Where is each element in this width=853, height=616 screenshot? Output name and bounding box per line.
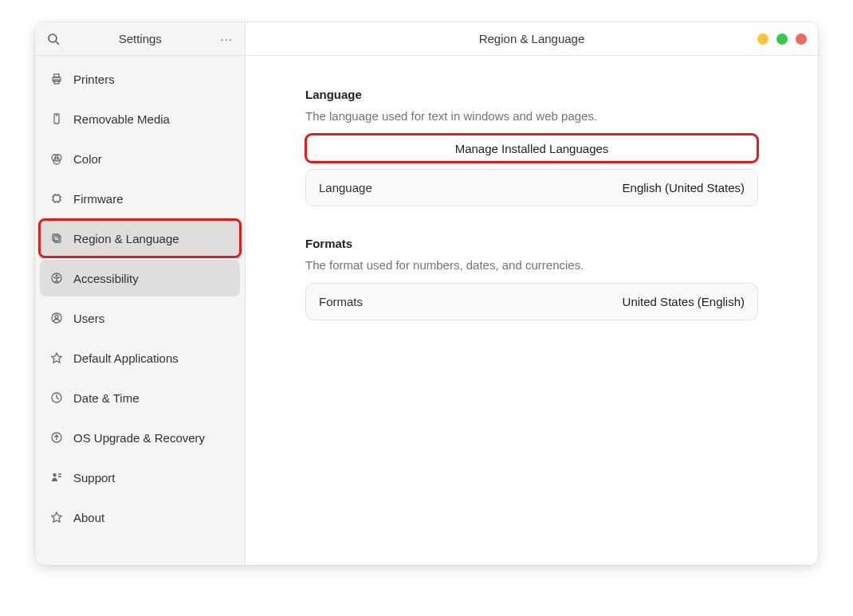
window-controls	[757, 33, 807, 45]
color-icon	[49, 151, 64, 166]
sidebar-item-firmware[interactable]: Firmware	[40, 180, 240, 217]
star-icon	[49, 351, 64, 365]
sidebar-item-date-time[interactable]: Date & Time	[40, 379, 240, 416]
search-icon[interactable]	[47, 33, 60, 45]
page-title: Region & Language	[479, 32, 585, 45]
language-description: The language used for text in windows an…	[305, 109, 758, 123]
svg-point-0	[49, 34, 57, 42]
svg-rect-10	[53, 195, 60, 202]
svg-point-25	[55, 316, 58, 319]
settings-window: Settings ··· Printers Removable Media	[35, 22, 818, 565]
sidebar-item-color[interactable]: Color	[40, 140, 240, 177]
language-section: Language The language used for text in w…	[305, 88, 758, 230]
about-icon	[49, 510, 64, 524]
sidebar-title: Settings	[60, 32, 220, 45]
sidebar-item-label: Support	[73, 471, 230, 485]
formats-row-label: Formats	[319, 295, 363, 308]
sidebar-item-region-language[interactable]: A Region & Language	[40, 220, 240, 257]
main-header: Region & Language	[246, 22, 818, 56]
sidebar-item-os-upgrade[interactable]: OS Upgrade & Recovery	[40, 419, 240, 456]
svg-text:A: A	[56, 235, 59, 240]
language-row-value: English (United States)	[623, 181, 745, 194]
svg-line-1	[56, 41, 59, 45]
sidebar-list: Printers Removable Media Color Firmware	[35, 56, 245, 565]
svg-rect-3	[54, 74, 59, 77]
upgrade-icon	[49, 430, 64, 445]
formats-row-value: United States (English)	[623, 295, 745, 308]
formats-heading: Formats	[305, 237, 758, 250]
sidebar-item-label: OS Upgrade & Recovery	[73, 431, 230, 445]
support-icon	[49, 470, 64, 485]
kebab-menu-icon[interactable]: ···	[220, 32, 233, 45]
sidebar-item-label: Default Applications	[73, 351, 230, 365]
svg-point-23	[56, 275, 58, 277]
svg-marker-30	[52, 512, 61, 522]
sidebar-item-accessibility[interactable]: Accessibility	[40, 260, 240, 296]
svg-point-29	[53, 473, 56, 477]
sidebar-item-about[interactable]: About	[40, 499, 240, 536]
sidebar-item-label: Date & Time	[73, 391, 230, 405]
formats-section: Formats The format used for numbers, dat…	[305, 237, 758, 344]
printer-icon	[49, 72, 64, 86]
content-area: Language The language used for text in w…	[246, 56, 818, 376]
media-icon	[49, 112, 64, 126]
manage-installed-languages-button[interactable]: Manage Installed Languages	[305, 134, 758, 163]
sidebar-item-default-applications[interactable]: Default Applications	[40, 339, 240, 376]
clock-icon	[49, 390, 64, 405]
sidebar-item-label: Accessibility	[73, 272, 230, 285]
sidebar-item-label: About	[73, 511, 230, 524]
sidebar-item-label: Printers	[73, 73, 230, 86]
close-button[interactable]	[796, 33, 807, 45]
sidebar-item-label: Removable Media	[73, 112, 230, 126]
svg-marker-26	[52, 353, 61, 363]
formats-description: The format used for numbers, dates, and …	[305, 258, 758, 272]
maximize-button[interactable]	[776, 33, 788, 45]
language-row-label: Language	[319, 181, 372, 194]
main-panel: Region & Language Language The language …	[246, 22, 818, 565]
sidebar-item-label: Firmware	[73, 192, 230, 206]
formats-row[interactable]: Formats United States (English)	[305, 283, 758, 320]
sidebar-item-printers[interactable]: Printers	[40, 61, 240, 97]
language-icon: A	[49, 231, 64, 245]
sidebar-item-support[interactable]: Support	[40, 459, 240, 496]
language-row[interactable]: Language English (United States)	[305, 169, 758, 206]
sidebar: Settings ··· Printers Removable Media	[35, 22, 246, 565]
sidebar-header: Settings ···	[35, 22, 245, 56]
sidebar-item-removable-media[interactable]: Removable Media	[40, 100, 240, 137]
language-heading: Language	[305, 88, 758, 101]
user-icon	[49, 311, 64, 325]
sidebar-item-label: Users	[73, 312, 230, 325]
accessibility-icon	[49, 271, 64, 285]
sidebar-item-label: Region & Language	[73, 232, 230, 245]
minimize-button[interactable]	[757, 33, 768, 45]
sidebar-item-users[interactable]: Users	[40, 300, 240, 336]
chip-icon	[49, 191, 64, 206]
sidebar-item-label: Color	[73, 152, 230, 166]
